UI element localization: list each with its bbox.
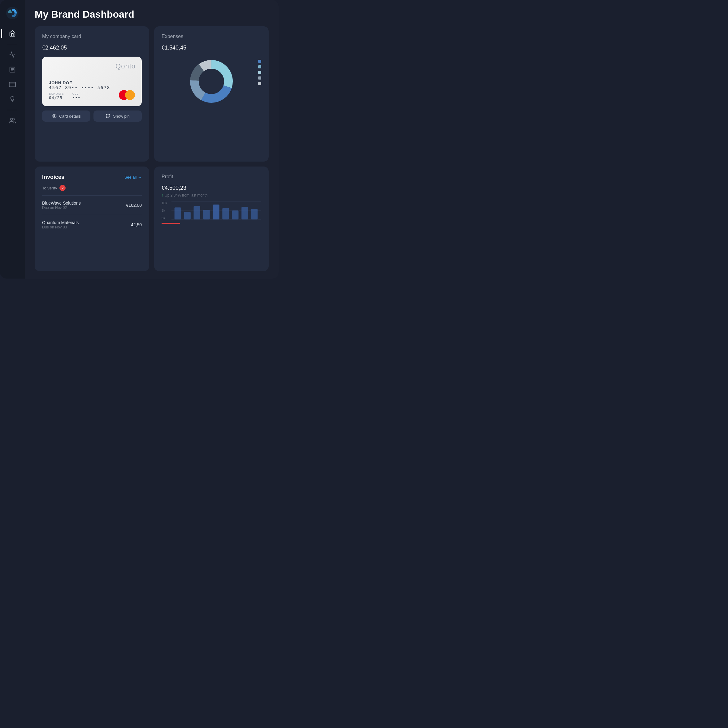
- legend-dot-5: [258, 82, 261, 85]
- invoice-info-2: Quantum Materials Due on Nov 03: [42, 220, 79, 229]
- invoice-divider-2: [42, 215, 142, 215]
- card-exp-date-field: EXP DATE 04/25: [49, 92, 64, 100]
- svg-rect-30: [194, 206, 200, 220]
- chart-label-6k: 6k: [162, 216, 167, 220]
- pin-icon: [106, 113, 110, 119]
- qonto-logo: Qonto: [115, 62, 136, 70]
- svg-point-24: [199, 69, 224, 94]
- company-card-balance-cents: ,05: [59, 44, 67, 51]
- svg-rect-6: [9, 82, 15, 87]
- invoice-amount-2: 42,50: [131, 222, 142, 227]
- svg-point-11: [108, 114, 109, 115]
- svg-rect-31: [203, 210, 210, 219]
- svg-rect-36: [251, 209, 257, 219]
- invoices-header: Invoices See all →: [42, 174, 142, 180]
- legend-item-4: [258, 76, 261, 80]
- donut-chart: [188, 58, 235, 105]
- invoice-name-1: BlueWave Solutions: [42, 200, 81, 205]
- profit-chart-svg: [171, 201, 261, 220]
- profit-change-text: Up 2,34% from last month: [165, 193, 208, 197]
- expenses-balance: €1.540,45: [162, 41, 261, 52]
- svg-point-16: [107, 117, 107, 118]
- expenses-label: Expenses: [162, 34, 261, 39]
- physical-card: Qonto JOHN DOE 4567 89•• •••• 5678 EXP D…: [42, 57, 142, 106]
- card-actions: Card details Show pi: [42, 110, 142, 122]
- page-title: My Brand Dashboard: [35, 9, 269, 20]
- svg-point-10: [107, 114, 107, 115]
- svg-point-17: [108, 117, 109, 118]
- svg-point-8: [11, 118, 13, 121]
- chart-label-8k: 8k: [162, 209, 167, 213]
- legend-dot-2: [258, 65, 261, 69]
- svg-point-15: [109, 116, 110, 116]
- company-card-balance: €2.462,05: [42, 41, 142, 52]
- page-header: My Brand Dashboard: [25, 0, 278, 26]
- eye-icon: [52, 113, 57, 119]
- sidebar-item-cards[interactable]: [6, 78, 18, 91]
- legend-dot-4: [258, 76, 261, 80]
- svg-point-13: [107, 116, 107, 116]
- chart-label-10k: 10k: [162, 201, 167, 205]
- card-details-button[interactable]: Card details: [42, 110, 90, 122]
- expenses-balance-cents: ,45: [179, 44, 186, 51]
- sidebar-item-users[interactable]: [6, 115, 18, 127]
- mastercard-logo: [119, 90, 135, 100]
- svg-point-14: [108, 116, 109, 116]
- show-pin-label: Show pin: [113, 114, 129, 119]
- svg-point-9: [54, 115, 55, 117]
- invoices-title: Invoices: [42, 174, 64, 180]
- show-pin-button[interactable]: Show pin: [93, 110, 142, 122]
- profit-widget: Profit €4.500,23 ↑ Up 2,34% from last mo…: [154, 167, 269, 271]
- profit-balance-cents: ,23: [179, 185, 186, 191]
- profit-change: ↑ Up 2,34% from last month: [162, 193, 261, 197]
- company-card-widget: My company card €2.462,05 Qonto JOHN DOE…: [35, 26, 149, 162]
- svg-rect-35: [242, 207, 248, 219]
- to-verify-row: To verify 2: [42, 185, 142, 191]
- svg-point-12: [109, 114, 110, 115]
- legend-dot-3: [258, 71, 261, 74]
- sidebar-item-documents[interactable]: [6, 63, 18, 76]
- card-number: 4567 89•• •••• 5678: [49, 85, 135, 90]
- sidebar-item-analytics[interactable]: [6, 49, 18, 61]
- exp-date-label: EXP DATE: [49, 92, 64, 95]
- svg-rect-33: [222, 208, 229, 219]
- see-all-button[interactable]: See all →: [124, 175, 142, 179]
- invoice-divider-1: [42, 195, 142, 196]
- cvv-value: •••: [72, 95, 81, 100]
- dashboard-grid: My company card €2.462,05 Qonto JOHN DOE…: [25, 26, 278, 278]
- company-card-balance-main: €2.462: [42, 44, 59, 51]
- invoices-widget: Invoices See all → To verify 2 BlueWave …: [35, 167, 149, 271]
- svg-rect-34: [232, 211, 238, 219]
- cvv-label: CVV: [72, 92, 81, 95]
- legend-item-2: [258, 65, 261, 69]
- chart-y-labels: 10k 8k 6k: [162, 201, 167, 220]
- invoice-name-2: Quantum Materials: [42, 220, 79, 225]
- legend-item-1: [258, 60, 261, 63]
- profit-balance-main: €4.500: [162, 185, 179, 191]
- to-verify-label: To verify: [42, 186, 57, 190]
- sidebar-item-home[interactable]: [6, 27, 18, 40]
- card-holder-name: JOHN DOE: [49, 81, 135, 85]
- invoice-due-1: Due on Nov 02: [42, 205, 81, 210]
- card-cvv-field: CVV •••: [72, 92, 81, 100]
- main-content: My Brand Dashboard My company card €2.46…: [25, 0, 278, 278]
- invoice-row-1: BlueWave Solutions Due on Nov 02 €162,00: [42, 199, 142, 212]
- svg-rect-29: [184, 212, 191, 219]
- to-verify-badge: 2: [60, 185, 66, 191]
- bottom-indicator: [162, 223, 180, 224]
- app-wrapper: My Brand Dashboard My company card €2.46…: [0, 0, 278, 278]
- mc-orange-circle: [125, 90, 135, 100]
- legend-item-3: [258, 71, 261, 74]
- sidebar: [0, 0, 25, 278]
- invoice-info-1: BlueWave Solutions Due on Nov 02: [42, 200, 81, 210]
- expenses-balance-main: €1.540: [162, 44, 179, 51]
- up-arrow-icon: ↑: [162, 193, 164, 197]
- company-card-label: My company card: [42, 34, 142, 39]
- expenses-chart-container: [162, 57, 261, 106]
- app-logo[interactable]: [6, 6, 19, 20]
- svg-rect-28: [174, 207, 181, 219]
- expenses-widget: Expenses €1.540,45: [154, 26, 269, 162]
- sidebar-item-savings[interactable]: [6, 93, 18, 106]
- legend-dot-1: [258, 60, 261, 63]
- invoice-amount-1: €162,00: [126, 203, 142, 208]
